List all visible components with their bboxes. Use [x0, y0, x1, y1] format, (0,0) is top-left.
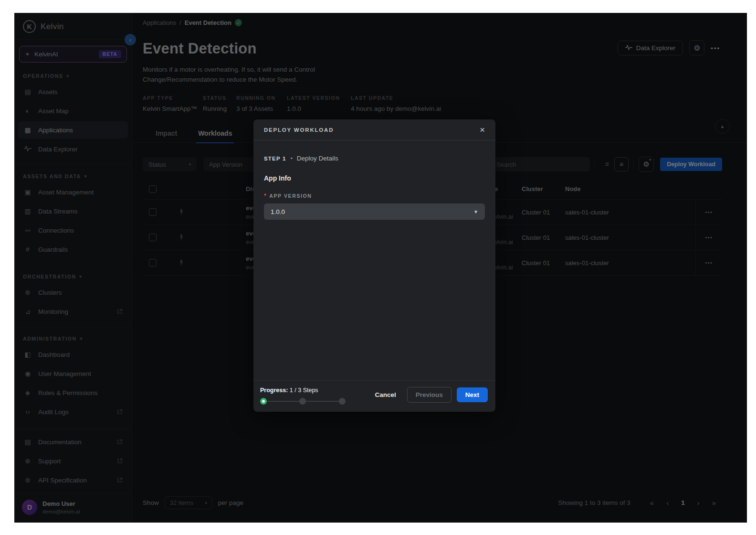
progress-stepper — [260, 398, 346, 405]
progress-block: Progress: 1 / 3 Steps — [260, 387, 346, 405]
cancel-button[interactable]: Cancel — [369, 387, 401, 402]
modal-header: DEPLOY WORKLOAD × — [253, 119, 495, 140]
close-icon: × — [480, 125, 485, 135]
app-version-value: 1.0.0 — [271, 208, 285, 215]
step-dot-3 — [339, 398, 346, 405]
modal-buttons: Cancel Previous Next — [369, 387, 488, 405]
caret-down-icon: ▼ — [473, 209, 478, 214]
app-version-select[interactable]: 1.0.0 ▼ — [264, 203, 485, 220]
step-label: STEP 1 — [264, 156, 286, 161]
deploy-workload-modal: DEPLOY WORKLOAD × STEP 1 • Deploy Detail… — [253, 119, 495, 412]
app-window: K Kelvin ✦ KelvinAI BETA OPERATIONS ▾ ▤ … — [14, 13, 747, 523]
step-dot-2 — [299, 398, 306, 405]
modal-footer: Progress: 1 / 3 Steps Cancel Previous Ne… — [253, 380, 495, 412]
modal-body: STEP 1 • Deploy Details App Info * APP V… — [253, 140, 495, 220]
close-button[interactable]: × — [480, 125, 485, 134]
progress-label: Progress: 1 / 3 Steps — [260, 387, 346, 394]
required-asterisk: * — [264, 193, 267, 199]
step-name: Deploy Details — [297, 155, 338, 162]
app-version-field-label: * APP VERSION — [264, 193, 485, 199]
step-dot-1 — [260, 398, 267, 405]
modal-title: DEPLOY WORKLOAD — [264, 127, 334, 133]
previous-button[interactable]: Previous — [407, 387, 452, 403]
step-indicator: STEP 1 • Deploy Details — [264, 155, 485, 162]
bullet-icon: • — [291, 155, 293, 162]
next-button[interactable]: Next — [457, 387, 488, 402]
section-title: App Info — [264, 174, 485, 182]
